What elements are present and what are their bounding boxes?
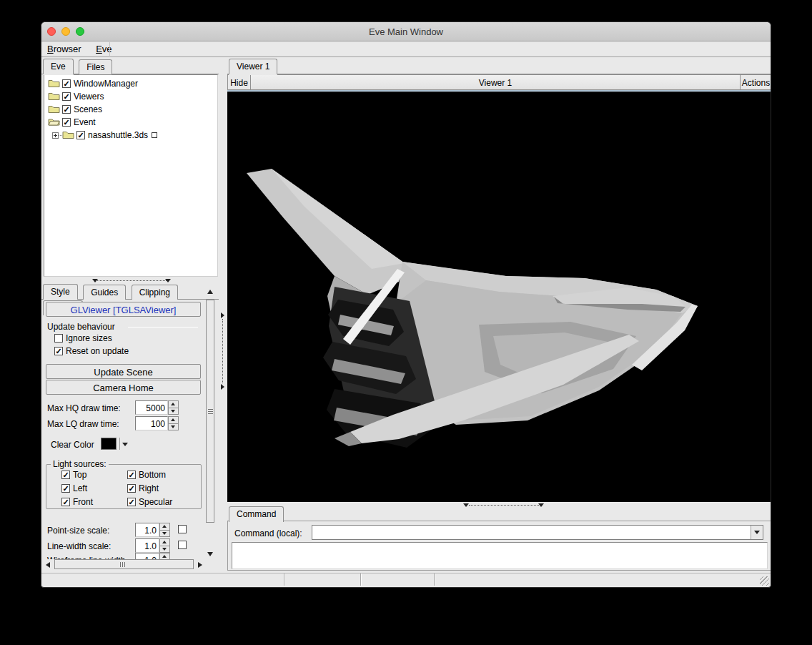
actions-button[interactable]: Actions (740, 74, 771, 90)
tab-eve[interactable]: Eve (43, 59, 74, 74)
line-width-label: Line-width scale: (47, 541, 111, 551)
scroll-left-icon[interactable] (46, 562, 50, 568)
tree-checkbox[interactable]: ✓ (62, 118, 71, 127)
checkbox-light-specular[interactable]: ✓Specular (125, 497, 201, 507)
viewer-tabbar: Viewer 1 (227, 59, 771, 74)
color-dropdown-button[interactable] (119, 438, 129, 450)
checkbox-ignore-sizes[interactable]: Ignore sizes (52, 333, 112, 343)
tab-files[interactable]: Files (79, 59, 112, 74)
tree-item-scenes[interactable]: ✓ Scenes (44, 103, 217, 116)
tree-checkbox[interactable]: ✓ (62, 105, 71, 114)
command-tabbar: Command (227, 506, 771, 522)
max-hq-spinner[interactable] (168, 400, 179, 415)
tree-item-label: WindowManager (74, 79, 138, 89)
spin-down-icon[interactable] (159, 546, 170, 553)
tab-viewer-1[interactable]: Viewer 1 (229, 59, 277, 74)
clear-color-label: Clear Color (51, 440, 94, 450)
status-section (435, 573, 771, 586)
checkbox-light-right[interactable]: ✓Right (125, 483, 201, 493)
folder-icon (48, 78, 60, 89)
wireframe-entry[interactable]: 1.0 (135, 553, 159, 559)
ged-vertical-scrollbar[interactable] (205, 285, 216, 559)
spin-up-icon[interactable] (159, 538, 170, 546)
line-width-entry[interactable]: 1.0 (135, 538, 159, 553)
line-width-checkbox[interactable] (178, 541, 187, 549)
clear-color-swatch[interactable] (101, 438, 117, 450)
point-size-entry[interactable]: 1.0 (135, 523, 159, 537)
expand-icon[interactable] (52, 132, 59, 139)
tree-item-label: nasashuttle.3ds (88, 130, 148, 140)
resize-grip-icon[interactable] (760, 576, 769, 586)
glviewer-link-button[interactable]: GLViewer [TGLSAViewer] (46, 302, 201, 317)
ged-style-panel: GLViewer [TGLSAViewer] Update behaviour … (44, 301, 204, 559)
update-scene-button[interactable]: Update Scene (46, 364, 201, 379)
status-section (284, 573, 361, 586)
scroll-up-icon[interactable] (207, 290, 213, 294)
combo-dropdown-icon[interactable] (751, 526, 763, 539)
light-sources-group: Light sources: ✓Top ✓Bottom ✓Left ✓Right… (46, 459, 202, 509)
max-hq-entry[interactable]: 5000 (135, 400, 168, 415)
spin-up-icon[interactable] (159, 523, 170, 531)
left-tabbar: Eve Files (41, 59, 219, 74)
wireframe-line-width-row: Wireframe line-width 1.0 (44, 553, 204, 559)
gl-viewport[interactable] (227, 90, 771, 502)
clear-color-row: Clear Color (44, 437, 204, 451)
tree-ged-splitter[interactable] (44, 277, 218, 284)
spin-down-icon[interactable] (168, 424, 179, 431)
tab-command[interactable]: Command (229, 506, 284, 522)
spin-up-icon[interactable] (159, 553, 170, 559)
viewer-header: Hide Viewer 1 Actions (227, 74, 771, 90)
tree-item-label: Scenes (74, 104, 102, 114)
tree-checkbox[interactable]: ✓ (62, 79, 71, 88)
command-combobox[interactable] (312, 525, 763, 540)
spin-down-icon[interactable] (159, 531, 170, 538)
scroll-right-icon[interactable] (198, 562, 202, 568)
spin-down-icon[interactable] (168, 408, 179, 415)
menu-browser[interactable]: Browser (41, 41, 87, 54)
menu-bar: Browser Eve (41, 41, 771, 57)
tree-checkbox[interactable]: ✓ (62, 92, 71, 101)
scrollbar-thumb[interactable] (54, 559, 194, 569)
viewer-title-bar[interactable]: Viewer 1 (251, 74, 740, 90)
scrollbar-thumb[interactable] (206, 300, 214, 523)
update-behaviour-label: Update behaviour (47, 322, 115, 332)
tree-item-windowmanager[interactable]: ✓ WindowManager (44, 77, 217, 90)
command-input[interactable] (314, 526, 748, 538)
checkbox-light-bottom[interactable]: ✓Bottom (125, 470, 201, 480)
panel-splitter[interactable] (219, 59, 227, 571)
selection-square-icon[interactable] (152, 132, 157, 138)
tab-style[interactable]: Style (43, 284, 78, 300)
tree-item-event[interactable]: ✓ Event (44, 116, 217, 129)
checkbox-box[interactable]: ✓ (54, 347, 63, 355)
nasashuttle-model (227, 92, 771, 502)
tab-clipping[interactable]: Clipping (132, 285, 178, 300)
point-size-checkbox[interactable] (178, 525, 187, 533)
line-width-spinner[interactable] (159, 538, 170, 553)
max-lq-draw-time-row: Max LQ draw time: 100 (44, 416, 204, 430)
tree-item-nasashuttle[interactable]: ✓ nasashuttle.3ds (44, 129, 217, 142)
spin-up-icon[interactable] (168, 416, 179, 424)
line-width-scale-row: Line-width scale: 1.0 (44, 538, 204, 553)
tree-item-viewers[interactable]: ✓ Viewers (44, 90, 217, 103)
max-hq-draw-time-row: Max HQ draw time: 5000 (44, 400, 204, 415)
max-lq-entry[interactable]: 100 (135, 416, 168, 430)
ged-horizontal-scrollbar[interactable] (44, 559, 204, 571)
tree-checkbox[interactable]: ✓ (76, 131, 85, 139)
camera-home-button[interactable]: Camera Home (46, 380, 201, 395)
checkbox-light-left[interactable]: ✓Left (59, 483, 125, 493)
wireframe-spinner[interactable] (159, 553, 170, 559)
scroll-down-icon[interactable] (207, 552, 213, 556)
menu-eve[interactable]: Eve (90, 41, 117, 54)
command-output-area[interactable] (232, 542, 768, 569)
checkbox-light-top[interactable]: ✓Top (59, 470, 125, 480)
splitter-arrow-icon (165, 279, 171, 282)
checkbox-reset-on-update[interactable]: ✓ Reset on update (52, 346, 129, 356)
max-lq-spinner[interactable] (168, 416, 179, 430)
spin-up-icon[interactable] (168, 400, 179, 408)
point-size-spinner[interactable] (159, 523, 170, 537)
tab-guides[interactable]: Guides (83, 285, 126, 300)
checkbox-light-front[interactable]: ✓Front (59, 497, 125, 507)
checkbox-box[interactable] (54, 334, 63, 343)
title-bar[interactable]: Eve Main Window (41, 22, 771, 41)
hide-button[interactable]: Hide (227, 74, 251, 90)
